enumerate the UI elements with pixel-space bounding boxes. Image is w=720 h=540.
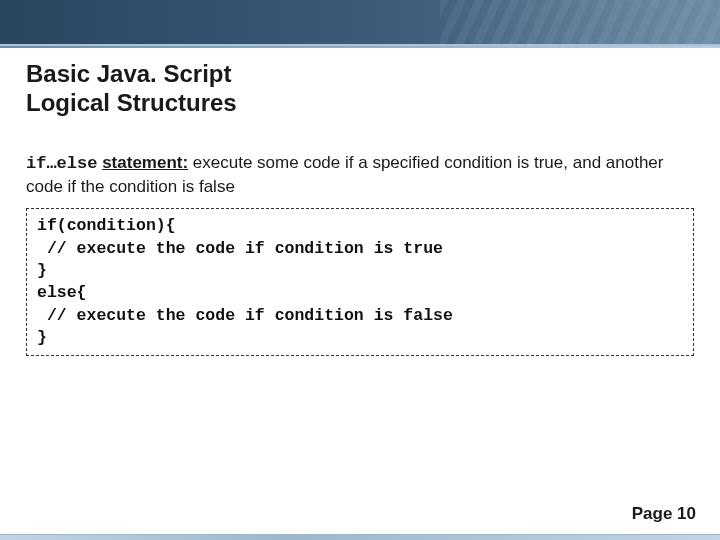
code-line: // execute the code if condition is fals… <box>37 306 453 325</box>
header-band <box>0 0 720 46</box>
footer-accent-bar <box>0 534 720 540</box>
keyword-if-else: if…else <box>26 154 97 173</box>
title-line-1: Basic Java. Script <box>26 60 231 87</box>
slide-title: Basic Java. Script Logical Structures <box>26 60 694 118</box>
code-line: // execute the code if condition is true <box>37 239 443 258</box>
statement-description: if…else statement: execute some code if … <box>26 152 694 199</box>
page-num-value: 10 <box>677 504 696 523</box>
page-prefix: Page <box>632 504 677 523</box>
code-block: if(condition){ // execute the code if co… <box>26 208 694 356</box>
header-texture <box>440 0 720 44</box>
title-line-2: Logical Structures <box>26 89 237 116</box>
code-line: else{ <box>37 283 87 302</box>
page-number: Page 10 <box>632 504 696 532</box>
footer: Page 10 <box>0 496 720 540</box>
code-line: } <box>37 328 47 347</box>
code-line: } <box>37 261 47 280</box>
statement-label: statement: <box>102 153 188 172</box>
code-line: if(condition){ <box>37 216 176 235</box>
slide-content: Basic Java. Script Logical Structures if… <box>0 46 720 356</box>
